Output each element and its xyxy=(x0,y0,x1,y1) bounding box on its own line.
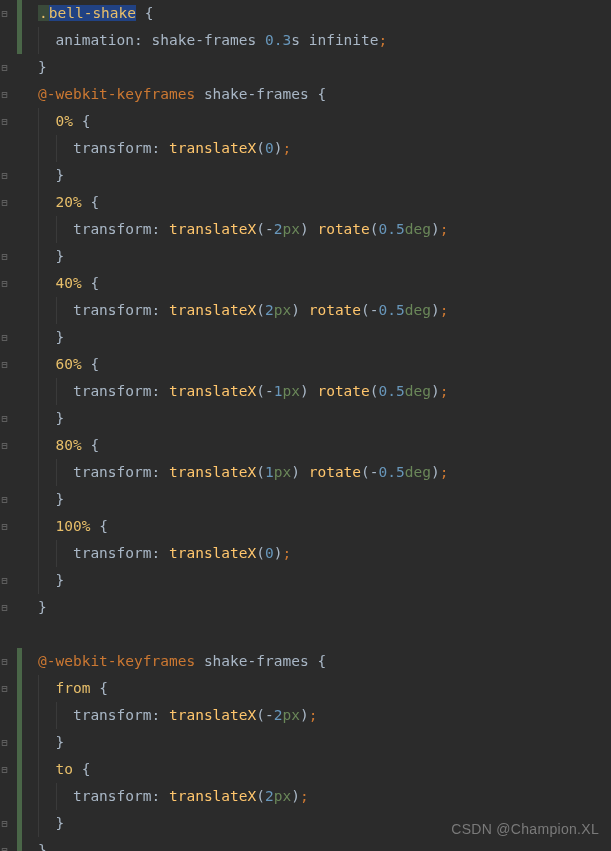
code-line[interactable]: to { xyxy=(38,756,611,783)
code-line[interactable]: transform: translateX(-2px); xyxy=(38,702,611,729)
fold-marker-icon[interactable] xyxy=(0,90,9,99)
code-text: } xyxy=(38,59,47,75)
token: translateX xyxy=(169,383,256,399)
code-line[interactable]: animation: shake-frames 0.3s infinite; xyxy=(38,27,611,54)
code-text: 0% { xyxy=(38,113,90,129)
fold-marker-icon[interactable] xyxy=(0,765,9,774)
token: ) xyxy=(291,788,300,804)
token: (- xyxy=(256,707,273,723)
fold-marker-icon[interactable] xyxy=(0,117,9,126)
token: 0% xyxy=(55,113,81,129)
code-line[interactable]: } xyxy=(38,486,611,513)
fold-marker-icon[interactable] xyxy=(0,819,9,828)
code-text: } xyxy=(38,248,64,264)
code-text: transform: translateX(2px); xyxy=(38,788,309,804)
token: s xyxy=(291,32,308,48)
token: : xyxy=(152,221,169,237)
fold-marker-icon[interactable] xyxy=(0,657,9,666)
code-editor[interactable]: .bell-shake { animation: shake-frames 0.… xyxy=(38,0,611,851)
token: : xyxy=(152,707,169,723)
fold-marker-icon[interactable] xyxy=(0,522,9,531)
fold-marker-icon[interactable] xyxy=(0,198,9,207)
code-line[interactable]: 0% { xyxy=(38,108,611,135)
code-text: 80% { xyxy=(38,437,99,453)
fold-marker-icon[interactable] xyxy=(0,603,9,612)
token: (- xyxy=(256,221,273,237)
code-line[interactable]: transform: translateX(2px) rotate(-0.5de… xyxy=(38,297,611,324)
code-line[interactable]: .bell-shake { xyxy=(38,0,611,27)
code-line[interactable]: } xyxy=(38,162,611,189)
token: (- xyxy=(256,383,273,399)
fold-marker-icon[interactable] xyxy=(0,441,9,450)
token: { xyxy=(90,356,99,372)
token: 0 xyxy=(265,140,274,156)
token: translateX xyxy=(169,221,256,237)
code-line[interactable]: @-webkit-keyframes shake-frames { xyxy=(38,648,611,675)
code-line[interactable]: } xyxy=(38,594,611,621)
token: } xyxy=(55,734,64,750)
token: ) xyxy=(291,464,308,480)
fold-marker-icon[interactable] xyxy=(0,9,9,18)
code-line[interactable]: transform: translateX(-1px) rotate(0.5de… xyxy=(38,378,611,405)
fold-marker-icon[interactable] xyxy=(0,333,9,342)
code-line[interactable]: 20% { xyxy=(38,189,611,216)
code-line[interactable]: 40% { xyxy=(38,270,611,297)
code-line[interactable]: } xyxy=(38,729,611,756)
code-text: to { xyxy=(38,761,90,777)
token: transform xyxy=(73,221,152,237)
token: from xyxy=(55,680,99,696)
code-line[interactable]: transform: translateX(2px); xyxy=(38,783,611,810)
token: 0.5 xyxy=(379,221,405,237)
code-line[interactable]: transform: translateX(-2px) rotate(0.5de… xyxy=(38,216,611,243)
token: translateX xyxy=(169,464,256,480)
token: { xyxy=(317,86,326,102)
code-text: transform: translateX(0); xyxy=(38,545,291,561)
fold-marker-icon[interactable] xyxy=(0,360,9,369)
code-line[interactable]: 80% { xyxy=(38,432,611,459)
token: deg xyxy=(405,383,431,399)
token: ) xyxy=(300,383,317,399)
token: 40% xyxy=(55,275,90,291)
code-line[interactable]: @-webkit-keyframes shake-frames { xyxy=(38,81,611,108)
token: shake-frames xyxy=(204,86,318,102)
code-line[interactable]: } xyxy=(38,567,611,594)
change-bar xyxy=(17,0,22,27)
token: animation xyxy=(55,32,134,48)
token: { xyxy=(99,518,108,534)
fold-marker-icon[interactable] xyxy=(0,495,9,504)
code-line[interactable]: } xyxy=(38,243,611,270)
fold-marker-icon[interactable] xyxy=(0,576,9,585)
code-text: } xyxy=(38,572,64,588)
code-line[interactable]: } xyxy=(38,405,611,432)
token: transform xyxy=(73,788,152,804)
token: deg xyxy=(405,221,431,237)
fold-marker-icon[interactable] xyxy=(0,63,9,72)
code-line[interactable]: transform: translateX(0); xyxy=(38,135,611,162)
token: } xyxy=(55,491,64,507)
code-line[interactable]: from { xyxy=(38,675,611,702)
code-line[interactable]: 60% { xyxy=(38,351,611,378)
fold-marker-icon[interactable] xyxy=(0,252,9,261)
code-line[interactable]: } xyxy=(38,324,611,351)
token: { xyxy=(99,680,108,696)
fold-marker-icon[interactable] xyxy=(0,738,9,747)
code-text: .bell-shake { xyxy=(38,5,154,21)
token: px xyxy=(282,383,299,399)
fold-marker-icon[interactable] xyxy=(0,171,9,180)
fold-marker-icon[interactable] xyxy=(0,846,9,851)
code-text: 60% { xyxy=(38,356,99,372)
code-line[interactable]: 100% { xyxy=(38,513,611,540)
watermark: CSDN @Champion.XL xyxy=(451,816,599,843)
fold-marker-icon[interactable] xyxy=(0,414,9,423)
code-text: @-webkit-keyframes shake-frames { xyxy=(38,653,326,669)
token: { xyxy=(90,437,99,453)
fold-marker-icon[interactable] xyxy=(0,279,9,288)
token: { xyxy=(90,194,99,210)
token: : xyxy=(152,545,169,561)
code-line[interactable]: } xyxy=(38,54,611,81)
code-line[interactable] xyxy=(38,621,611,648)
token: ; xyxy=(440,221,449,237)
fold-marker-icon[interactable] xyxy=(0,684,9,693)
code-line[interactable]: transform: translateX(1px) rotate(-0.5de… xyxy=(38,459,611,486)
code-line[interactable]: transform: translateX(0); xyxy=(38,540,611,567)
